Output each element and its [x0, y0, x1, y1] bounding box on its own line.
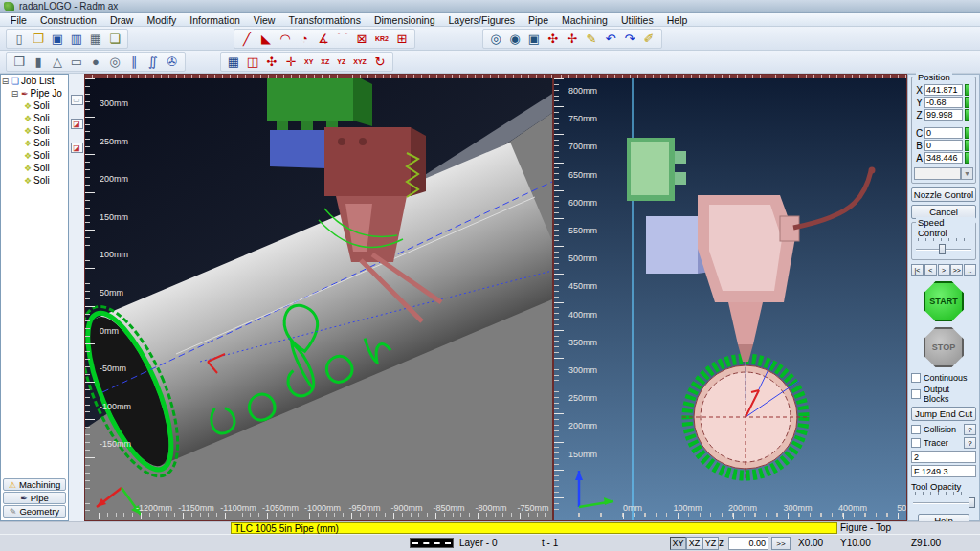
highlight-pen-icon[interactable]: ✎ [582, 30, 601, 47]
view-preset-marked2-icon[interactable]: ◪ [71, 143, 83, 153]
job-tab-machining[interactable]: ⚠Machining [3, 478, 66, 491]
nozzle-control-button[interactable]: Nozzle Control [911, 187, 976, 202]
chevron-down-icon[interactable]: ▼ [961, 167, 973, 180]
axis-value-field[interactable]: 0 [924, 127, 963, 139]
jump-end-cut-button[interactable]: Jump End Cut [911, 407, 976, 421]
new-file-icon[interactable]: ▯ [10, 30, 29, 47]
menu-transformations[interactable]: Transformations [281, 14, 367, 26]
pipe-wire-icon[interactable]: ∥ [124, 54, 144, 71]
checkbox[interactable] [911, 438, 921, 448]
combo-field[interactable] [914, 167, 961, 180]
solid-cone-icon[interactable]: △ [48, 54, 67, 71]
menu-draw[interactable]: Draw [103, 14, 141, 26]
tree-row-solid[interactable]: ❖Soli [1, 124, 68, 137]
tree-expand-icon[interactable]: ⊟ [11, 89, 19, 99]
menu-help[interactable]: Help [660, 14, 695, 26]
step-button-3[interactable]: >> [950, 264, 963, 276]
print-icon[interactable]: ▦ [86, 30, 105, 47]
start-button[interactable]: START [924, 281, 964, 321]
tree-row-job-list[interactable]: ⊟❏Job List [1, 75, 68, 87]
axis-value-field[interactable]: 441.871 [924, 84, 963, 96]
solid-box-icon[interactable]: ▭ [67, 54, 86, 71]
solid-cube-icon[interactable]: ❒ [10, 54, 29, 71]
axis-value-field[interactable]: -0.68 [924, 97, 963, 108]
shrink-view-icon[interactable]: ✛ [281, 54, 301, 71]
menu-view[interactable]: View [247, 14, 282, 26]
render-view-icon[interactable]: ▦ [224, 54, 243, 71]
zoom-window-icon[interactable]: ◉ [505, 30, 524, 47]
step-button-2[interactable]: > [938, 264, 950, 276]
redo-icon[interactable]: ↷ [620, 30, 639, 47]
tree-row-solid[interactable]: ❖Soli [1, 174, 68, 187]
save-all-icon[interactable]: ▥ [67, 30, 86, 47]
checkbox[interactable] [911, 425, 921, 434]
zoom-icon[interactable]: ◎ [486, 30, 505, 47]
view-yz-icon[interactable]: YZ [333, 54, 349, 71]
pipe-solid-icon[interactable]: ∬ [144, 54, 163, 71]
arc-centre-icon[interactable]: ◔ [295, 30, 314, 47]
plane-button-yz[interactable]: YZ [702, 537, 719, 550]
viewport-3d-side[interactable]: 300mm250mm200mm150mm100mm50mm0mm-50mm-10… [84, 74, 553, 521]
axis-value-field[interactable]: 99.998 [924, 109, 963, 121]
menu-file[interactable]: File [4, 14, 33, 26]
view-xyz-icon[interactable]: XYZ [349, 54, 370, 71]
erase-icon[interactable]: ✐ [639, 30, 658, 47]
polyline-icon[interactable]: ◣ [256, 30, 276, 47]
checkbox[interactable] [911, 389, 921, 399]
kr2-icon[interactable]: KR2 [371, 30, 392, 47]
menu-dimensioning[interactable]: Dimensioning [368, 14, 442, 26]
line-icon[interactable]: ╱ [237, 30, 256, 47]
view-preset-blank-icon[interactable]: ▭ [71, 95, 83, 105]
tree-row-solid[interactable]: ❖Soli [1, 149, 68, 162]
z-input[interactable]: 0.00 [728, 537, 768, 550]
count-field[interactable]: 2 [911, 451, 976, 463]
view-xz-icon[interactable]: XZ [317, 54, 333, 71]
arc-tangent-icon[interactable]: ⌒ [333, 30, 352, 47]
menu-machining[interactable]: Machining [555, 14, 614, 26]
help-query-button[interactable]: ? [964, 437, 976, 449]
solid-sphere-icon[interactable]: ● [86, 54, 105, 71]
speed-slider[interactable] [916, 243, 971, 254]
menu-pipe[interactable]: Pipe [522, 14, 555, 26]
axis-value-field[interactable]: 0 [924, 140, 963, 151]
menu-modify[interactable]: Modify [140, 14, 183, 26]
zoom-extents-icon[interactable]: ✣ [544, 30, 563, 47]
checkbox[interactable] [911, 373, 921, 383]
plane-button-xy[interactable]: XY [670, 537, 686, 550]
tree-expand-icon[interactable]: ⊟ [1, 77, 10, 86]
delete-geometry-icon[interactable]: ⊠ [352, 30, 371, 47]
zoom-previous-icon[interactable]: ✢ [563, 30, 582, 47]
paste-icon[interactable]: ❏ [105, 30, 124, 47]
position-combo[interactable]: ▼ [914, 167, 973, 180]
arc-icon[interactable]: ◠ [276, 30, 295, 47]
stop-button[interactable]: STOP [924, 327, 964, 367]
tree-row-solid[interactable]: ❖Soli [1, 112, 68, 124]
tree-row-solid[interactable]: ❖Soli [1, 162, 68, 174]
tool-opacity-slider[interactable] [913, 496, 974, 508]
step-button-1[interactable]: < [924, 264, 937, 276]
save-icon[interactable]: ▣ [48, 30, 67, 47]
feed-rate-field[interactable]: F 1249.3 [911, 465, 976, 477]
solid-torus-icon[interactable]: ◎ [105, 54, 124, 71]
zoom-page-icon[interactable]: ▣ [524, 30, 544, 47]
menu-construction[interactable]: Construction [33, 14, 103, 26]
rotate-view-icon[interactable]: ↻ [370, 54, 390, 71]
slider-thumb[interactable] [939, 244, 946, 254]
open-file-icon[interactable]: ❐ [29, 30, 48, 47]
slider-thumb[interactable] [969, 497, 975, 508]
view-xy-icon[interactable]: XY [301, 54, 317, 71]
snap-grid-icon[interactable]: ⊞ [392, 30, 412, 47]
menu-utilities[interactable]: Utilities [614, 14, 660, 26]
tree-row-solid[interactable]: ❖Soli [1, 137, 68, 149]
job-tab-pipe[interactable]: ✒Pipe [3, 492, 66, 504]
help-query-button[interactable]: ? [964, 424, 976, 435]
tree-row-solid[interactable]: ❖Soli [1, 99, 68, 112]
menu-layers-figures[interactable]: Layers/Figures [442, 14, 522, 26]
plane-button-xz[interactable]: XZ [686, 537, 702, 550]
solid-cylinder-icon[interactable]: ▮ [29, 54, 48, 71]
job-tab-geometry[interactable]: ✎Geometry [3, 505, 66, 518]
step-button-0[interactable]: |< [911, 264, 924, 276]
pipe-flask-icon[interactable]: ✇ [163, 54, 182, 71]
line-style-swatch[interactable] [410, 538, 454, 548]
viewport-3d-end[interactable]: 800mm750mm700mm650mm600mm550mm500mm450mm… [553, 74, 907, 521]
